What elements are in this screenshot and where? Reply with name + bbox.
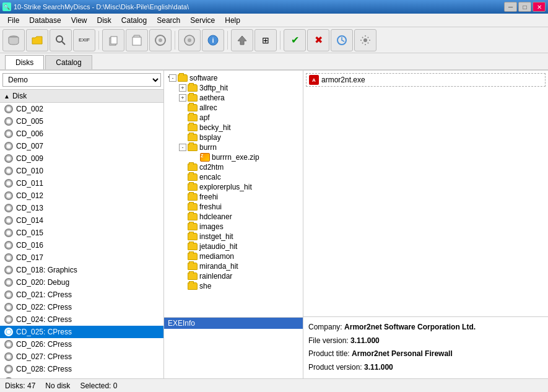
minimize-button[interactable]: ─ [504, 2, 517, 12]
exeinfo-bar[interactable]: EXEInfo [164, 318, 303, 329]
open-folder-button[interactable] [26, 29, 48, 51]
grid-view-button[interactable]: ⊞ [254, 29, 277, 51]
list-item[interactable]: CD_021: CPress [0, 289, 163, 301]
tree-node-freehi[interactable]: freehi [167, 192, 300, 202]
list-item[interactable]: CD_006 [0, 128, 163, 140]
go-up-button[interactable] [231, 29, 253, 51]
tree-node-instget[interactable]: instget_hit [167, 232, 300, 242]
tree-spacer [179, 173, 186, 181]
search-button[interactable] [50, 29, 72, 51]
tree-node-she[interactable]: she [167, 281, 300, 291]
menu-help[interactable]: Help [220, 15, 245, 26]
tree-node-software[interactable]: ▼ - software [167, 73, 300, 83]
tree-label-miranda: miranda_hit [199, 262, 238, 271]
menu-disk[interactable]: Disk [92, 15, 116, 26]
tab-catalog[interactable]: Catalog [45, 55, 92, 69]
list-item[interactable]: CD_020: Debug [0, 276, 163, 289]
folder-icon [188, 272, 198, 280]
list-item[interactable]: CD_002 [0, 103, 163, 115]
list-item[interactable]: CD_027: CPress [0, 351, 163, 363]
copy-button[interactable] [102, 29, 124, 51]
info-button[interactable]: i [202, 29, 224, 51]
cd-icon [4, 203, 14, 213]
company-value: Armor2net Software Corporation Ltd. [344, 323, 476, 331]
list-item[interactable]: CD_012 [0, 189, 163, 202]
svg-point-1 [56, 36, 63, 42]
check-button[interactable]: ✔ [284, 29, 306, 51]
file-item-armor2nt[interactable]: A armor2nt.exe [306, 73, 546, 87]
list-item[interactable]: CD_011 [0, 177, 163, 189]
cd-icon [4, 253, 14, 263]
list-item[interactable]: CD_010 [0, 165, 163, 177]
titlebar-controls[interactable]: ─ □ ✕ [504, 2, 546, 12]
tree-node-encalc[interactable]: encalc [167, 172, 300, 182]
list-item[interactable]: CD_022: CPress [0, 301, 163, 313]
menu-service[interactable]: Service [185, 15, 220, 26]
tree-node-becky[interactable]: becky_hit [167, 123, 300, 133]
list-item[interactable]: CD_017 [0, 251, 163, 264]
burn-button[interactable] [149, 29, 172, 51]
list-item[interactable]: CD_016 [0, 239, 163, 251]
list-item[interactable]: CD_005 [0, 115, 163, 128]
tree-node-aethera[interactable]: + aethera [167, 93, 300, 103]
open-database-button[interactable] [2, 29, 25, 51]
tree-node-bsplay[interactable]: bsplay [167, 133, 300, 142]
list-item[interactable]: CD_026: CPress [0, 338, 163, 351]
toolbar-sep-1 [98, 31, 99, 50]
list-item[interactable]: CD_018: Graphics [0, 264, 163, 276]
menu-database[interactable]: Database [24, 15, 66, 26]
menu-file[interactable]: File [2, 15, 24, 26]
maximize-button[interactable]: □ [518, 2, 531, 12]
tree-label-aethera: aethera [199, 94, 225, 102]
tree-node-miranda[interactable]: miranda_hit [167, 261, 300, 271]
tree-node-hdcleaner[interactable]: hdcleaner [167, 212, 300, 222]
tree-label-jetaudio: jetaudio_hit [199, 242, 237, 251]
menu-search[interactable]: Search [152, 15, 185, 26]
cd-icon [4, 364, 14, 374]
delete-button[interactable]: ✖ [307, 29, 329, 51]
menu-catalog[interactable]: Catalog [116, 15, 152, 26]
tree-spacer [179, 183, 186, 191]
product-title-row: Product title: Armor2net Personal Firewa… [308, 347, 543, 361]
tree-node-allrec[interactable]: allrec [167, 103, 300, 113]
sort-arrow-icon: ▲ [4, 93, 10, 100]
list-item[interactable]: CD_007 [0, 140, 163, 152]
product-version-value: 3.11.000 [364, 363, 393, 372]
tree-expand-3dftp[interactable]: + [179, 84, 186, 92]
tree-expand-software[interactable]: - [169, 74, 176, 82]
tab-disks[interactable]: Disks [5, 55, 44, 69]
tree-node-mediamon[interactable]: mediamon [167, 251, 300, 261]
tree-node-burrn[interactable]: - burrn [167, 142, 300, 152]
svg-rect-4 [111, 37, 117, 44]
tree-node-rainlendar[interactable]: rainlendar [167, 271, 300, 281]
tree-node-apf[interactable]: apf [167, 113, 300, 123]
paste-button[interactable] [126, 29, 148, 51]
tree-node-freshui[interactable]: freshui [167, 202, 300, 212]
list-item[interactable]: CD_013 [0, 202, 163, 214]
cd-icon [4, 240, 14, 250]
tree-node-cd2htm[interactable]: cd2htm [167, 162, 300, 172]
tree-expand-burrn[interactable]: - [179, 144, 186, 151]
tree-label-freehi: freehi [199, 193, 218, 201]
tree-node-explorerplus[interactable]: explorerplus_hit [167, 182, 300, 192]
database-select[interactable]: Demo [2, 73, 161, 87]
tree-node-images[interactable]: images [167, 222, 300, 232]
list-item[interactable]: CD_028: CPress [0, 363, 163, 375]
exif-button[interactable]: EXIF [73, 29, 95, 51]
list-item[interactable]: CD_009 [0, 152, 163, 165]
tree-expand-aethera[interactable]: + [179, 94, 186, 102]
list-item[interactable]: CD_015 [0, 227, 163, 239]
list-item[interactable]: CD_024: CPress [0, 313, 163, 326]
menu-view[interactable]: View [66, 15, 92, 26]
tree-node-burrrn-zip[interactable]: Z burrrn_exe.zip [167, 152, 300, 162]
list-item[interactable]: CD_014 [0, 214, 163, 227]
settings-button[interactable] [354, 29, 376, 51]
eject-button[interactable] [178, 29, 201, 51]
disk-list-header[interactable]: ▲ Disk [0, 90, 163, 103]
tree-node-jetaudio[interactable]: jetaudio_hit [167, 242, 300, 251]
close-button[interactable]: ✕ [533, 2, 546, 12]
sync-button[interactable] [331, 29, 353, 51]
tree-node-3dftp[interactable]: + 3dftp_hit [167, 83, 300, 93]
list-item-selected[interactable]: CD_025: CPress [0, 326, 163, 338]
list-item[interactable]: CD_029 [0, 375, 163, 378]
